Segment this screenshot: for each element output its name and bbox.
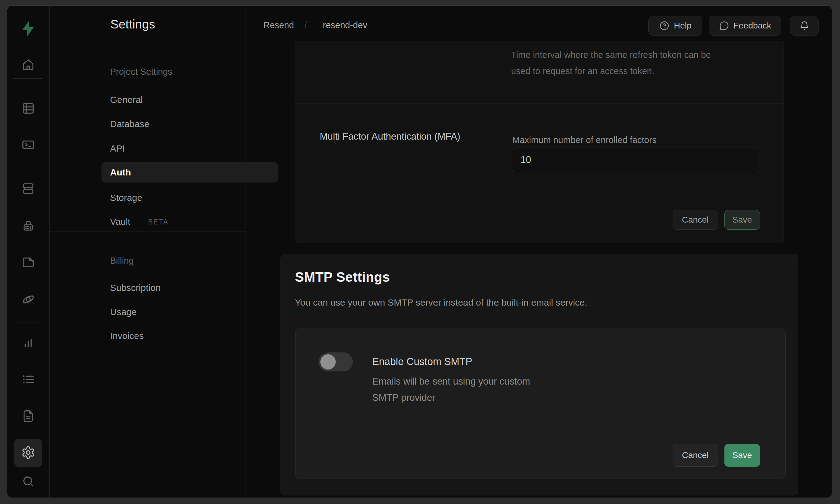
sidebar-item-search[interactable] <box>21 474 36 489</box>
file-box-icon <box>21 255 35 269</box>
nav-item-storage[interactable]: Storage <box>110 192 142 204</box>
mfa-section-label: Multi Factor Authentication (MFA) <box>320 131 460 142</box>
sidebar-item-database[interactable] <box>21 181 36 196</box>
search-icon <box>21 474 35 488</box>
app-window: Settings Project Settings General Databa… <box>7 5 832 498</box>
nav-item-auth[interactable]: Auth <box>110 166 131 178</box>
terminal-icon <box>21 138 35 152</box>
smtp-save-button[interactable]: Save <box>724 444 760 467</box>
feedback-bubble-icon <box>719 20 729 31</box>
rail-divider <box>13 322 43 322</box>
max-enrolled-factors-label: Maximum number of enrolled factors <box>512 135 657 145</box>
bell-icon <box>799 20 810 31</box>
rail-divider <box>13 78 43 79</box>
gear-icon <box>21 446 35 460</box>
refresh-token-description-line2: used to request for an access token. <box>511 63 769 79</box>
nav-item-vault[interactable]: Vault <box>110 216 130 228</box>
database-icon <box>21 182 35 196</box>
enable-custom-smtp-toggle[interactable] <box>319 353 353 372</box>
orbit-icon <box>21 292 35 306</box>
rail-divider <box>13 167 43 167</box>
sidebar-item-docs[interactable] <box>21 409 36 424</box>
nav-section-project-settings: Project Settings <box>110 66 172 77</box>
table-icon <box>21 101 35 115</box>
smtp-footer-divider <box>295 433 785 433</box>
sidebar-item-settings[interactable] <box>21 445 36 460</box>
bar-chart-icon <box>21 336 35 350</box>
sidebar-item-reports[interactable] <box>21 336 36 350</box>
nav-item-database[interactable]: Database <box>110 118 149 130</box>
feedback-button[interactable]: Feedback <box>709 16 781 36</box>
auth-save-button[interactable]: Save <box>724 210 760 230</box>
settings-nav-panel: Settings Project Settings General Databa… <box>49 6 245 498</box>
supabase-logo-icon[interactable] <box>18 19 37 39</box>
smtp-cancel-button[interactable]: Cancel <box>673 444 718 467</box>
nav-section-billing: Billing <box>110 255 134 266</box>
card-footer-divider <box>295 199 784 199</box>
breadcrumb-separator: / <box>305 19 307 31</box>
lock-icon <box>21 219 35 233</box>
nav-item-general[interactable]: General <box>110 94 143 106</box>
sidebar-item-logs[interactable] <box>21 372 36 387</box>
smtp-settings-title: SMTP Settings <box>295 269 390 285</box>
sidebar-rail <box>7 6 49 498</box>
sidebar-item-auth[interactable] <box>21 218 36 233</box>
feedback-button-label: Feedback <box>734 21 771 31</box>
card-row-divider <box>295 104 784 104</box>
help-circle-icon <box>659 20 670 31</box>
notifications-button[interactable] <box>790 16 819 36</box>
max-enrolled-factors-input[interactable] <box>512 148 759 172</box>
sidebar-item-storage[interactable] <box>21 255 36 270</box>
smtp-description-line1: Emails will be sent using your custom <box>372 373 568 390</box>
beta-badge: BETA <box>148 216 168 228</box>
list-icon <box>21 372 35 386</box>
auth-cancel-button[interactable]: Cancel <box>673 210 718 230</box>
sidebar-item-edge-functions[interactable] <box>21 292 36 307</box>
smtp-description-line2: SMTP provider <box>372 390 568 406</box>
sidebar-item-sql-editor[interactable] <box>21 138 36 152</box>
enable-custom-smtp-label: Enable Custom SMTP <box>372 356 472 367</box>
toggle-knob <box>320 354 336 370</box>
nav-item-usage[interactable]: Usage <box>110 306 137 318</box>
nav-group-divider <box>49 231 245 232</box>
sidebar-item-table-editor[interactable] <box>21 101 36 116</box>
file-text-icon <box>21 409 35 423</box>
refresh-token-description-line1: Time interval where the same refresh tok… <box>511 47 769 63</box>
page-title: Settings <box>110 17 155 31</box>
breadcrumb-org[interactable]: Resend <box>263 19 294 31</box>
sidebar-item-home[interactable] <box>21 57 36 72</box>
help-button-label: Help <box>674 21 692 31</box>
breadcrumb-project[interactable]: resend-dev <box>323 19 367 31</box>
enable-custom-smtp-description: Emails will be sent using your custom SM… <box>372 373 568 406</box>
help-button[interactable]: Help <box>648 16 702 36</box>
home-icon <box>21 58 35 72</box>
nav-item-invoices[interactable]: Invoices <box>110 330 144 342</box>
nav-panel-border <box>245 6 246 498</box>
refresh-token-description: Time interval where the same refresh tok… <box>511 47 769 79</box>
smtp-settings-subtitle: You can use your own SMTP server instead… <box>295 297 587 308</box>
nav-item-subscription[interactable]: Subscription <box>110 282 161 294</box>
nav-item-api[interactable]: API <box>110 143 125 154</box>
